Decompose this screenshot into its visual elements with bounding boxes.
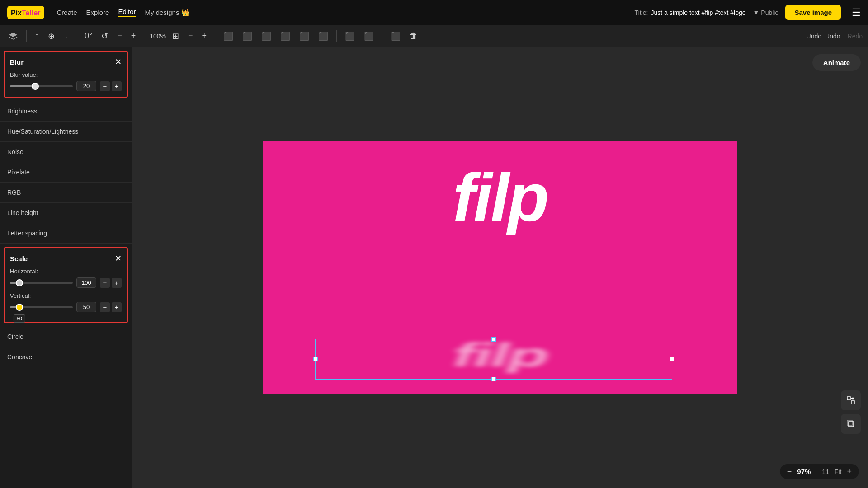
scale-panel-title: Scale bbox=[10, 255, 28, 263]
scale-horizontal-slider[interactable] bbox=[10, 282, 73, 284]
zoom-bar-number: 11 bbox=[822, 468, 829, 475]
align-top-icon[interactable]: ⬛ bbox=[278, 29, 293, 43]
main-layout: Blur ✕ Blur value: 20 − + Brightness Hue… bbox=[0, 47, 868, 488]
title-label: Title: bbox=[635, 9, 648, 16]
move-up-icon[interactable]: ↑ bbox=[32, 29, 42, 42]
zoom-minus-icon[interactable]: − bbox=[185, 29, 196, 42]
align-bottom-icon[interactable]: ⬛ bbox=[297, 29, 312, 43]
nav-explore[interactable]: Explore bbox=[86, 9, 109, 16]
public-button[interactable]: ▼ Public bbox=[753, 9, 778, 16]
refresh-icon[interactable]: ↺ bbox=[99, 29, 111, 43]
save-image-button[interactable]: Save image bbox=[785, 5, 841, 20]
right-float-buttons bbox=[841, 390, 861, 434]
zoom-bar: − 97% 11 Fit + bbox=[780, 464, 859, 479]
scale-vertical-slider[interactable]: 50 bbox=[10, 306, 73, 308]
copy-element-button[interactable] bbox=[841, 414, 861, 434]
scale-vertical-value[interactable]: 50 bbox=[76, 302, 96, 312]
canvas-text-bottom[interactable]: filp bbox=[453, 338, 547, 371]
filter-circle[interactable]: Circle bbox=[0, 327, 132, 347]
blur-slider-thumb[interactable] bbox=[32, 83, 39, 90]
redo-label[interactable]: Redo bbox=[848, 33, 863, 40]
canvas-text-top[interactable]: filp bbox=[453, 164, 547, 231]
delete-icon[interactable]: 🗑 bbox=[407, 29, 420, 42]
move-down-icon[interactable]: ↓ bbox=[61, 29, 71, 42]
svg-rect-6 bbox=[847, 420, 852, 425]
rotate-icon[interactable]: 0° bbox=[82, 29, 95, 42]
grid-icon[interactable]: ⊞ bbox=[170, 29, 182, 43]
sep1 bbox=[26, 30, 27, 42]
nav-editor[interactable]: Editor bbox=[118, 8, 136, 17]
filter-lineheight[interactable]: Line height bbox=[0, 203, 132, 223]
filter-hsl[interactable]: Hue/Saturation/Lightness bbox=[0, 122, 132, 142]
zoom-display: 100% bbox=[150, 33, 166, 40]
blur-panel-title: Blur bbox=[10, 58, 24, 66]
filter-concave[interactable]: Concave bbox=[0, 347, 132, 367]
scale-close-button[interactable]: ✕ bbox=[115, 253, 122, 263]
nav-create[interactable]: Create bbox=[57, 9, 77, 16]
logo[interactable]: PixTeller bbox=[7, 6, 46, 19]
zoom-bar-plus[interactable]: + bbox=[847, 467, 852, 476]
sep2 bbox=[76, 30, 76, 42]
align-left-icon[interactable]: ⬛ bbox=[221, 29, 236, 43]
scale-horizontal-row: Horizontal: 100 − + bbox=[10, 268, 122, 288]
sep3 bbox=[144, 30, 144, 42]
sel-handle-left[interactable] bbox=[313, 357, 318, 361]
animate-button[interactable]: Animate bbox=[812, 54, 861, 71]
hamburger-icon[interactable]: ☰ bbox=[852, 7, 861, 19]
blur-close-button[interactable]: ✕ bbox=[115, 57, 122, 67]
align-center-icon[interactable]: ⬛ bbox=[240, 29, 255, 43]
filter-rgb[interactable]: RGB bbox=[0, 183, 132, 203]
scale-vertical-slider-wrapper: 50 50 − + bbox=[10, 302, 122, 312]
blur-value-row: Blur value: bbox=[10, 71, 122, 78]
distribute-icon[interactable]: ⬛ bbox=[316, 29, 331, 43]
scale-h-inc-button[interactable]: + bbox=[112, 278, 122, 288]
scale-horizontal-value[interactable]: 100 bbox=[76, 277, 96, 288]
scale-v-inc-button[interactable]: + bbox=[112, 302, 122, 312]
zoom-fit-button[interactable]: Fit bbox=[835, 468, 842, 475]
canvas-wrapper: filp filp bbox=[263, 141, 737, 394]
undo-button[interactable]: Undo bbox=[807, 33, 821, 40]
scale-h-thumb[interactable] bbox=[16, 279, 23, 286]
undo-redo-area: Undo Undo Redo bbox=[807, 33, 863, 40]
scale-horizontal-slider-wrapper: 100 − + bbox=[10, 277, 122, 288]
flip-v-icon[interactable]: ⬛ bbox=[361, 29, 377, 43]
filter-letterspacing[interactable]: Letter spacing bbox=[0, 223, 132, 244]
nav-mydesigns[interactable]: My designs 👑 bbox=[145, 9, 190, 17]
flip-h-icon[interactable]: ⬛ bbox=[342, 29, 358, 43]
move-icon[interactable]: ⊕ bbox=[45, 29, 57, 43]
scale-h-dec-button[interactable]: − bbox=[100, 278, 110, 288]
scale-panel: Scale ✕ Horizontal: 100 − + bbox=[4, 247, 128, 323]
blur-dec-button[interactable]: − bbox=[100, 81, 110, 91]
blur-panel-header: Blur ✕ bbox=[10, 57, 122, 67]
plus-icon[interactable]: + bbox=[128, 29, 139, 42]
slider-tooltip: 50 bbox=[14, 314, 25, 323]
filter-pixelate[interactable]: Pixelate bbox=[0, 162, 132, 183]
filter-noise[interactable]: Noise bbox=[0, 142, 132, 162]
blur-value-box[interactable]: 20 bbox=[76, 81, 96, 91]
zoom-bar-minus[interactable]: − bbox=[787, 467, 792, 476]
svg-rect-5 bbox=[849, 422, 854, 427]
undo-label: Undo bbox=[825, 33, 840, 40]
scale-h-incdec: − + bbox=[100, 278, 122, 288]
resize-icon[interactable]: ⬛ bbox=[388, 29, 403, 43]
sel-handle-bottom[interactable] bbox=[491, 377, 496, 381]
left-panel: Blur ✕ Blur value: 20 − + Brightness Hue… bbox=[0, 47, 132, 488]
add-element-button[interactable] bbox=[841, 390, 861, 410]
svg-rect-1 bbox=[847, 397, 850, 400]
canvas-background[interactable]: filp filp bbox=[263, 141, 737, 394]
minus-icon[interactable]: − bbox=[114, 29, 125, 42]
zoom-plus-icon[interactable]: + bbox=[199, 29, 210, 42]
filter-brightness[interactable]: Brightness bbox=[0, 101, 132, 122]
scale-v-dec-button[interactable]: − bbox=[100, 302, 110, 312]
layers-icon[interactable] bbox=[5, 29, 21, 43]
logo-text: Pix bbox=[11, 9, 22, 17]
title-value[interactable]: Just a simple text #flip #text #logo bbox=[651, 9, 745, 16]
sel-handle-right[interactable] bbox=[670, 357, 674, 361]
zoom-bar-value: 97% bbox=[797, 468, 811, 475]
nav-right: Title: Just a simple text #flip #text #l… bbox=[635, 5, 861, 20]
blur-inc-button[interactable]: + bbox=[112, 81, 122, 91]
align-right-icon[interactable]: ⬛ bbox=[259, 29, 274, 43]
logo-teller: Teller bbox=[22, 9, 41, 17]
blur-slider[interactable] bbox=[10, 85, 73, 87]
scale-v-thumb[interactable]: 50 bbox=[16, 304, 23, 311]
